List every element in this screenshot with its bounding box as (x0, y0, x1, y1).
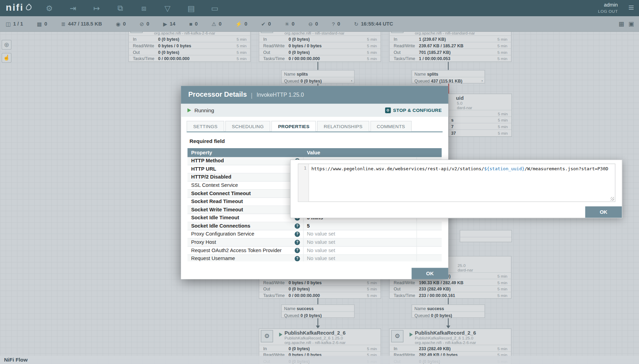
help-icon[interactable]: ? (295, 240, 300, 245)
connection-line (448, 298, 448, 305)
connection-arrowhead-icon (446, 326, 451, 328)
breadcrumb-bar: NiFi Flow (0, 356, 639, 364)
refresh-icon[interactable]: ↻ (354, 21, 359, 27)
resize-handle-icon[interactable] (610, 197, 614, 201)
property-value[interactable]: No value set (304, 247, 417, 254)
editor-ok-button[interactable]: OK (585, 207, 622, 218)
not-transmitting-icon: ⊘ (140, 21, 144, 27)
connection-line (317, 298, 318, 305)
queue-percent-icon: ◔ (350, 78, 352, 84)
running-state-icon (187, 108, 191, 112)
property-value[interactable]: 5 (304, 222, 417, 230)
up-to-date-icon: ✔ (261, 21, 266, 27)
dialog-title: Processor Details (188, 91, 247, 99)
app-header: nifi ⚙ ⇥ ↦ ⧉ ⧈ ▽ ▤ ▭ admin LOG OUT ≡ (0, 0, 639, 16)
template-tool-icon[interactable]: ▤ (186, 3, 196, 13)
connection-label[interactable]: Namesplits Queued437 (115.91 KB)◔ (411, 70, 485, 84)
tab-relationships[interactable]: RELATIONSHIPS (317, 121, 369, 132)
connection-label[interactable]: Namesuccess Queued0 (0 bytes) (411, 305, 485, 318)
help-icon[interactable]: ? (295, 223, 300, 229)
cluster-icon: ◫ (6, 21, 10, 27)
tab-comments[interactable]: COMMENTS (370, 121, 412, 132)
help-icon[interactable]: ? (295, 232, 300, 237)
funnel-tool-icon[interactable]: ▽ (162, 3, 173, 13)
run-status-icon (279, 333, 282, 337)
queue-percent-icon: ◔ (481, 78, 483, 84)
processor-node[interactable]: uid 5.0 dard-nar 5 min s5 min 75 min 375… (448, 94, 512, 137)
transmitting-icon: ◉ (116, 21, 120, 27)
property-value[interactable]: No value set (304, 255, 417, 261)
global-menu-icon[interactable]: ≡ (628, 2, 634, 13)
dialog-ok-button[interactable]: OK (411, 268, 448, 279)
invalid-count-icon: ⚠ (212, 21, 216, 27)
tab-properties[interactable]: PROPERTIES (271, 121, 316, 132)
component-toolbar: ⚙ ⇥ ↦ ⧉ ⧈ ▽ ▤ ▭ (44, 0, 220, 16)
property-column-header: Property (187, 148, 304, 157)
output-port-tool-icon[interactable]: ↦ (91, 3, 102, 13)
stop-and-configure-button[interactable]: ⚙ STOP & CONFIGURE (385, 107, 442, 113)
last-refresh-time: 16:55:44 UTC (361, 21, 393, 27)
stop-configure-icon: ⚙ (385, 107, 391, 113)
expression-editor[interactable]: 1 https://www.pegelonline.wsv.de/webserv… (298, 164, 615, 202)
connection-line (317, 62, 318, 70)
processor-tool-icon[interactable]: ⚙ (44, 3, 55, 13)
logout-link[interactable]: LOG OUT (598, 9, 618, 13)
connection-label[interactable]: Namesuccess Queued0 (0 bytes) (281, 305, 354, 318)
running-state-label: Running (194, 107, 214, 114)
nifi-drop-icon (25, 3, 33, 11)
locally-modified-icon: ✳ (285, 21, 289, 27)
processor-icon: ⚙ (391, 330, 403, 342)
dialog-subtitle: InvokeHTTP 1.25.0 (257, 92, 304, 98)
running-count-icon: ▶ (163, 21, 167, 27)
help-icon[interactable]: ? (295, 256, 300, 261)
active-threads-icon: ▦ (37, 21, 42, 27)
status-bar: ◫1 / 1 ▦0 ≣447 / 118.5 KB ◉0 ⊘0 ▶14 ■0 ⚠… (0, 16, 639, 32)
property-row: Request Username?No value set (187, 255, 442, 261)
run-status-icon (409, 333, 413, 337)
pan-button[interactable]: ☝ (2, 53, 11, 63)
property-row: Request OAuth2 Access Token Provider?No … (187, 247, 442, 255)
property-row: Socket Idle Connections?5 (187, 222, 442, 230)
connection-line-backpressure (448, 84, 449, 94)
connection-line (448, 318, 448, 326)
connection-line (448, 62, 448, 70)
birdseye-icon[interactable]: ▦ (619, 20, 624, 28)
property-value[interactable]: No value set (304, 230, 417, 238)
unversioned-icon: ? (332, 21, 335, 27)
connection-line (317, 318, 318, 326)
pan-icon: ☝ (3, 55, 10, 61)
navigate-icon: ◎ (4, 41, 9, 48)
connection-label[interactable] (460, 230, 512, 242)
tab-settings[interactable]: SETTINGS (187, 121, 224, 132)
queued-icon: ≣ (61, 21, 66, 27)
stale-icon: ⊖ (308, 21, 313, 27)
breadcrumb[interactable]: NiFi Flow (4, 356, 28, 363)
editor-text[interactable]: https://www.pegelonline.wsv.de/webservic… (309, 164, 615, 201)
value-column-header: Value (304, 148, 417, 157)
current-user: admin (598, 2, 618, 8)
process-group-tool-icon[interactable]: ⧉ (115, 4, 126, 13)
required-field-note: Required field (189, 138, 448, 144)
line-number-gutter: 1 (298, 164, 309, 201)
dialog-tabs: SETTINGS SCHEDULING PROPERTIES RELATIONS… (187, 121, 443, 132)
flow-status-panel-icon[interactable]: ▣ (628, 20, 634, 28)
property-value[interactable]: No value set (304, 239, 417, 246)
input-port-tool-icon[interactable]: ⇥ (68, 3, 78, 13)
remote-process-group-tool-icon[interactable]: ⧈ (139, 4, 149, 13)
value-editor-popup: 1 https://www.pegelonline.wsv.de/webserv… (290, 160, 622, 218)
nifi-logo: nifi (6, 2, 31, 13)
expression-language-token: ${station_uuid} (484, 166, 525, 171)
processor-icon: ⚙ (261, 330, 273, 342)
tab-scheduling[interactable]: SCHEDULING (225, 121, 270, 132)
dialog-header: Processor Details | InvokeHTTP 1.25.0 (181, 86, 448, 104)
help-icon[interactable]: ? (295, 248, 300, 253)
disabled-count-icon: ⚡ (235, 21, 242, 27)
label-tool-icon[interactable]: ▭ (210, 3, 220, 13)
property-row: Proxy Host?No value set (187, 239, 442, 247)
navigate-button[interactable]: ◎ (2, 40, 11, 49)
connection-label[interactable]: Namesplits Queued0 (0 bytes)◔ (281, 70, 354, 84)
property-row: Proxy Configuration Service?No value set (187, 230, 442, 239)
connection-arrowhead-icon (316, 326, 320, 328)
stopped-count-icon: ■ (189, 21, 192, 27)
